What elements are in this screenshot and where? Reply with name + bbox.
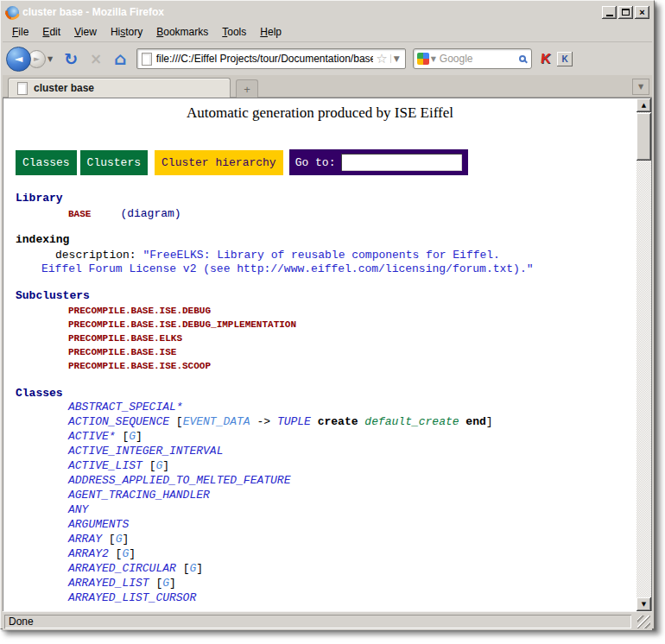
- class-entry: ARRAYED_LIST_CURSOR: [68, 591, 493, 606]
- menu-item-file[interactable]: File: [6, 23, 35, 41]
- class-entry: AGENT_TRACING_HANDLER: [68, 489, 493, 503]
- class-link[interactable]: TUPLE: [277, 415, 311, 428]
- reload-icon: ↻: [64, 49, 78, 68]
- subcluster-link[interactable]: PRECOMPILE.BASE.ISE: [68, 346, 296, 360]
- class-link[interactable]: ARRAY: [68, 533, 102, 546]
- generic-param-link[interactable]: G: [162, 577, 169, 590]
- list-all-tabs-button[interactable]: ▼: [632, 79, 649, 95]
- url-bar[interactable]: file:///C:/Eiffel Projects/tour/Document…: [136, 48, 406, 69]
- menu-item-history[interactable]: History: [104, 23, 149, 41]
- subcluster-link[interactable]: PRECOMPILE.BASE.ISE.DEBUG: [68, 305, 296, 319]
- class-link[interactable]: ACTIVE_INTEGER_INTERVAL: [68, 445, 223, 458]
- history-dropdown-button[interactable]: ▼: [48, 55, 53, 63]
- scrollbar-thumb[interactable]: [636, 113, 651, 161]
- class-link[interactable]: ANY: [68, 503, 88, 516]
- indexing-description-line: description: "FreeELKS: Library of reusa…: [55, 249, 500, 262]
- token: ]: [129, 547, 136, 560]
- class-link[interactable]: ACTIVE*: [68, 430, 116, 443]
- diagram-link[interactable]: (diagram): [120, 207, 180, 220]
- search-engine-dropdown[interactable]: ▼: [431, 55, 436, 63]
- addon-k-button[interactable]: K: [557, 52, 573, 66]
- token: ]: [486, 415, 493, 428]
- class-entry: ARRAYED_CIRCULAR [G]: [68, 562, 493, 577]
- close-button[interactable]: ×: [635, 6, 649, 19]
- menu-item-bookmarks[interactable]: Bookmarks: [150, 23, 214, 41]
- vertical-scrollbar[interactable]: ▲ ▼: [636, 98, 651, 611]
- indexing-license-line: Eiffel Forum License v2 (see http://www.…: [41, 262, 534, 275]
- new-tab-button[interactable]: +: [236, 79, 258, 98]
- description-label: description:: [55, 249, 142, 262]
- goto-box: Go to:: [289, 149, 469, 175]
- class-link[interactable]: ARRAYED_LIST_CURSOR: [68, 591, 196, 604]
- maximize-icon: [622, 9, 630, 16]
- stop-button[interactable]: ×: [90, 50, 102, 67]
- token: ]: [122, 533, 129, 546]
- classes-button[interactable]: Classes: [16, 150, 77, 175]
- subcluster-link[interactable]: PRECOMPILE.BASE.ISE.DEBUG_IMPLEMENTATION: [68, 319, 296, 332]
- tab-bar: cluster base + ▼: [3, 75, 652, 98]
- library-name-link[interactable]: BASE: [68, 209, 91, 219]
- subclusters-heading: Subclusters: [16, 289, 90, 302]
- scroll-up-icon: ▲: [642, 102, 646, 109]
- kaspersky-icon[interactable]: K: [540, 51, 551, 66]
- page-title: Automatic generation produced by ISE Eif…: [3, 104, 636, 122]
- title-bar[interactable]: cluster base - Mozilla Firefox ×: [3, 3, 652, 22]
- classes-heading: Classes: [16, 387, 63, 400]
- status-bar: Done: [3, 611, 652, 630]
- class-link[interactable]: ARRAYED_LIST: [68, 577, 149, 590]
- menu-item-tools[interactable]: Tools: [216, 23, 252, 41]
- back-icon: ◄: [15, 53, 22, 65]
- firefox-icon: [6, 6, 19, 19]
- bookmark-star-icon[interactable]: ☆: [376, 51, 387, 66]
- class-entry: ACTIVE_INTEGER_INTERVAL: [68, 445, 493, 459]
- class-link[interactable]: ACTION_SEQUENCE: [68, 415, 169, 428]
- tab-label: cluster base: [34, 82, 94, 94]
- class-link[interactable]: ARRAYED_CIRCULAR: [68, 562, 176, 575]
- generic-param-link[interactable]: G: [129, 430, 136, 443]
- search-input[interactable]: Google: [440, 53, 519, 65]
- library-heading: Library: [16, 192, 63, 205]
- home-button[interactable]: ⌂: [114, 48, 126, 69]
- scroll-down-button[interactable]: ▼: [636, 597, 651, 611]
- class-link[interactable]: ARRAY2: [68, 547, 109, 560]
- search-box[interactable]: ▼ Google: [413, 48, 532, 69]
- tab-cluster-base[interactable]: cluster base: [8, 78, 231, 98]
- scroll-down-icon: ▼: [642, 601, 646, 608]
- menu-item-view[interactable]: View: [68, 23, 103, 41]
- clusters-button[interactable]: Clusters: [80, 150, 148, 175]
- class-entry: ACTION_SEQUENCE [EVENT_DATA -> TUPLE cre…: [68, 415, 493, 430]
- subcluster-link[interactable]: PRECOMPILE.BASE.ELKS: [68, 332, 296, 346]
- token: ->: [250, 415, 277, 428]
- class-entry: ARRAY2 [G]: [68, 547, 493, 562]
- window-controls: ×: [602, 6, 649, 19]
- cluster-hierarchy-button[interactable]: Cluster hierarchy: [155, 150, 283, 175]
- close-icon: ×: [639, 7, 644, 17]
- class-link[interactable]: ABSTRACT_SPECIAL*: [68, 401, 183, 414]
- class-link[interactable]: ACTIVE_LIST: [68, 459, 142, 472]
- class-entry: ACTIVE_LIST [G]: [68, 459, 493, 474]
- class-link[interactable]: AGENT_TRACING_HANDLER: [68, 489, 210, 502]
- subcluster-link[interactable]: PRECOMPILE.BASE.ISE.SCOOP: [68, 360, 296, 374]
- class-entry: ABSTRACT_SPECIAL*: [68, 401, 493, 415]
- goto-input[interactable]: [341, 154, 462, 171]
- token: default_create: [364, 415, 459, 428]
- back-button[interactable]: ◄: [6, 47, 31, 72]
- class-entry: ACTIVE* [G]: [68, 430, 493, 445]
- minimize-button[interactable]: [602, 6, 617, 19]
- reload-button[interactable]: ↻: [64, 49, 78, 68]
- token: ]: [162, 459, 169, 472]
- class-link[interactable]: ARGUMENTS: [68, 518, 129, 531]
- token: create: [318, 415, 358, 428]
- scroll-up-button[interactable]: ▲: [636, 98, 651, 112]
- classes-list: ABSTRACT_SPECIAL*ACTION_SEQUENCE [EVENT_…: [68, 401, 493, 606]
- class-link[interactable]: ADDRESS_APPLIED_TO_MELTED_FEATURE: [68, 474, 290, 487]
- url-dropdown-button[interactable]: ▼: [390, 54, 402, 63]
- search-icon[interactable]: [519, 55, 526, 62]
- resize-grip[interactable]: [637, 616, 650, 628]
- maximize-button[interactable]: [618, 6, 633, 19]
- generic-param-link[interactable]: EVENT_DATA: [183, 415, 250, 428]
- menu-item-help[interactable]: Help: [254, 23, 288, 41]
- chevron-down-icon: ▼: [431, 55, 436, 63]
- menu-item-edit[interactable]: Edit: [36, 23, 66, 41]
- url-text[interactable]: file:///C:/Eiffel Projects/tour/Document…: [156, 53, 374, 65]
